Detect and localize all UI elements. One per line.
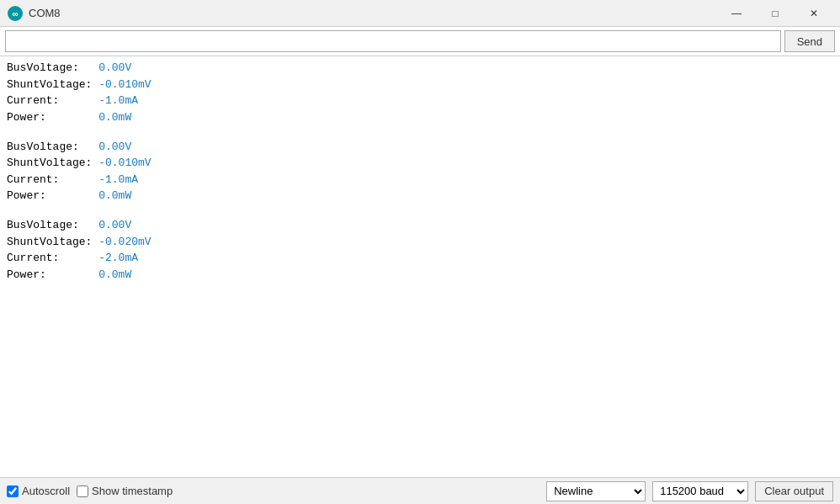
window-title: COM8 — [29, 7, 717, 19]
output-line: Current: -2.0mA — [7, 250, 833, 267]
line-value: -0.020mV — [98, 236, 151, 248]
blank-line — [7, 204, 833, 218]
line-label: ShuntVoltage: — [7, 236, 98, 248]
line-label: Current: — [7, 252, 98, 264]
clear-output-button[interactable]: Clear output — [755, 481, 833, 501]
arduino-icon: ∞ — [7, 5, 24, 22]
window-controls: — □ ✕ — [717, 0, 833, 27]
line-label: ShuntVoltage: — [7, 78, 98, 91]
output-line: Power: 0.0mW — [7, 267, 833, 284]
svg-text:∞: ∞ — [12, 9, 18, 19]
timestamp-checkbox[interactable] — [77, 485, 88, 497]
line-label: Power: — [7, 189, 98, 202]
line-value: 0.00V — [98, 61, 131, 74]
autoscroll-text: Autoscroll — [22, 485, 70, 497]
blank-line — [7, 125, 833, 139]
line-value: 0.0mW — [98, 268, 131, 281]
line-value: 0.00V — [98, 219, 131, 231]
line-value: 0.0mW — [98, 111, 131, 124]
output-line: ShuntVoltage: -0.020mV — [7, 234, 833, 251]
line-label: BusVoltage: — [7, 141, 98, 153]
maximize-button[interactable]: □ — [756, 0, 795, 27]
line-label: Power: — [7, 111, 98, 124]
timestamp-text: Show timestamp — [92, 485, 173, 497]
output-line: Current: -1.0mA — [7, 172, 833, 188]
line-value: -1.0mA — [98, 94, 138, 107]
line-label: BusVoltage: — [7, 219, 98, 231]
line-label: Current: — [7, 94, 98, 107]
baud-select[interactable]: 300 baud1200 baud2400 baud4800 baud9600 … — [652, 481, 748, 501]
output-line: BusVoltage: 0.00V — [7, 217, 833, 234]
bottom-bar: Autoscroll Show timestamp No line ending… — [0, 477, 840, 504]
output-line: ShuntVoltage: -0.010mV — [7, 155, 833, 172]
line-value: 0.00V — [98, 141, 131, 153]
autoscroll-label[interactable]: Autoscroll — [7, 485, 70, 497]
line-label: BusVoltage: — [7, 61, 98, 74]
output-line: Power: 0.0mW — [7, 109, 833, 126]
line-label: Power: — [7, 268, 98, 281]
newline-select[interactable]: No line endingNewlineCarriage returnBoth… — [546, 481, 646, 501]
line-value: -1.0mA — [98, 173, 138, 186]
autoscroll-checkbox[interactable] — [7, 485, 19, 497]
output-line: ShuntVoltage: -0.010mV — [7, 77, 833, 93]
timestamp-label[interactable]: Show timestamp — [77, 485, 173, 497]
output-line: Power: 0.0mW — [7, 188, 833, 204]
line-value: 0.0mW — [98, 189, 131, 202]
send-button[interactable]: Send — [784, 30, 835, 52]
serial-output: BusVoltage: 0.00VShuntVoltage: -0.010mVC… — [0, 56, 840, 477]
line-label: ShuntVoltage: — [7, 157, 98, 169]
output-line: BusVoltage: 0.00V — [7, 139, 833, 156]
title-bar: ∞ COM8 — □ ✕ — [0, 0, 840, 27]
minimize-button[interactable]: — — [717, 0, 756, 27]
output-line: BusVoltage: 0.00V — [7, 60, 833, 77]
send-bar: Send — [0, 27, 840, 56]
line-label: Current: — [7, 173, 98, 186]
send-input[interactable] — [5, 30, 781, 52]
line-value: -0.010mV — [98, 157, 151, 169]
output-line: Current: -1.0mA — [7, 93, 833, 109]
close-button[interactable]: ✕ — [795, 0, 833, 27]
line-value: -2.0mA — [98, 252, 138, 264]
line-value: -0.010mV — [98, 78, 151, 91]
